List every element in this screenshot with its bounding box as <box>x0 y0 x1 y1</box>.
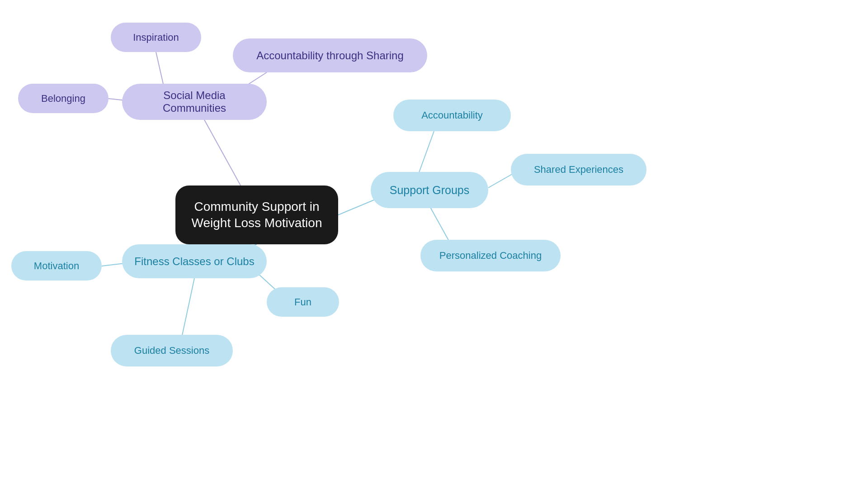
accountability-node[interactable]: Accountability <box>393 100 511 131</box>
inspiration-node[interactable]: Inspiration <box>111 23 201 52</box>
center-node[interactable]: Community Support in Weight Loss Motivat… <box>175 186 338 244</box>
guided-sessions-node[interactable]: Guided Sessions <box>111 335 233 366</box>
belonging-node[interactable]: Belonging <box>18 84 108 113</box>
svg-line-11 <box>181 278 194 342</box>
accountability-sharing-node[interactable]: Accountability through Sharing <box>233 38 427 72</box>
fitness-clubs-node[interactable]: Fitness Classes or Clubs <box>122 244 267 278</box>
fun-node[interactable]: Fun <box>267 287 339 317</box>
motivation-node[interactable]: Motivation <box>11 251 102 281</box>
personalized-coaching-node[interactable]: Personalized Coaching <box>420 240 561 271</box>
support-groups-node[interactable]: Support Groups <box>371 172 488 208</box>
shared-experiences-node[interactable]: Shared Experiences <box>511 154 646 186</box>
social-media-node[interactable]: Social Media Communities <box>122 84 267 120</box>
